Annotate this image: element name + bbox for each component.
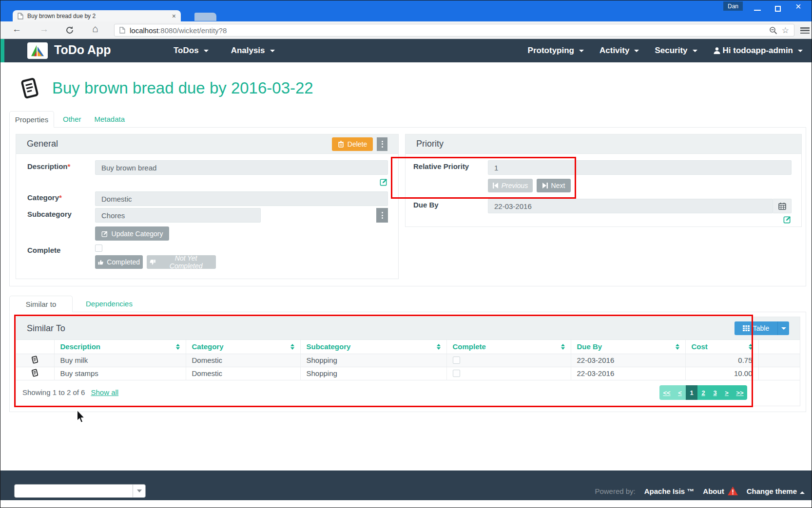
app-navbar: ToDo App ToDos Analysis Prototyping Acti…	[0, 39, 812, 62]
priority-panel-header: Priority	[406, 134, 801, 154]
panel-title: Similar To	[27, 323, 65, 334]
table-view-button[interactable]: Table	[735, 321, 777, 335]
navbar-menus-right: Prototyping Activity Security Hi todoapp…	[528, 39, 803, 62]
update-category-button[interactable]: Update Category	[95, 226, 169, 241]
address-bar[interactable]: localhost:8080/wicket/entity?8 ☆	[114, 24, 794, 37]
step-backward-icon	[493, 183, 498, 188]
subcategory-more-icon[interactable]	[376, 208, 388, 223]
profile-badge[interactable]: Dan	[723, 1, 743, 11]
pagination: << < 1 2 3 > >>	[659, 385, 747, 400]
browser-menu-icon[interactable]	[800, 27, 810, 34]
menu-analysis[interactable]: Analysis	[231, 46, 275, 56]
row-icon[interactable]	[16, 367, 54, 380]
footer-select[interactable]	[14, 484, 146, 498]
zoom-icon[interactable]	[769, 26, 777, 35]
app-brand[interactable]: ToDo App	[54, 43, 111, 57]
page-first[interactable]: <<	[659, 385, 674, 400]
delete-button[interactable]: Delete	[332, 137, 373, 151]
change-theme-link[interactable]: Change theme	[747, 487, 805, 495]
more-actions-icon[interactable]	[377, 137, 387, 151]
edit-icon	[101, 230, 108, 237]
menu-security[interactable]: Security	[655, 46, 697, 56]
column-cost[interactable]: Cost	[685, 340, 758, 354]
cell-category: Domestic	[186, 367, 300, 380]
row-icon[interactable]	[16, 354, 54, 367]
column-subcategory[interactable]: Subcategory	[300, 340, 446, 354]
page-next[interactable]: >	[721, 385, 733, 400]
trash-icon	[338, 141, 344, 148]
page-3[interactable]: 3	[709, 385, 721, 400]
due-by-input[interactable]: 22-03-2016	[488, 199, 773, 213]
page-1[interactable]: 1	[686, 385, 697, 400]
back-icon[interactable]: ←	[12, 24, 21, 35]
menu-todos[interactable]: ToDos	[174, 46, 209, 56]
select-value	[15, 485, 133, 497]
inactive-tab-stub[interactable]	[194, 13, 216, 21]
menu-prototyping[interactable]: Prototyping	[528, 46, 584, 56]
sort-icon[interactable]	[676, 344, 679, 350]
url-text: localhost:8080/wicket/entity?8	[130, 26, 765, 35]
next-button[interactable]: Next	[537, 179, 571, 192]
filler-cell	[758, 367, 800, 380]
chevron-down-icon	[204, 50, 209, 52]
complete-checkbox[interactable]	[95, 245, 102, 252]
reload-icon[interactable]	[65, 26, 74, 35]
complete-checkbox[interactable]	[453, 370, 460, 377]
todo-note-icon	[19, 77, 41, 99]
sort-icon[interactable]	[561, 344, 565, 350]
bookmark-star-icon[interactable]: ☆	[782, 26, 789, 35]
chevron-down-icon	[579, 50, 584, 52]
maximize-icon[interactable]	[775, 6, 781, 12]
close-icon[interactable]: ×	[795, 1, 801, 12]
chevron-down-icon	[270, 50, 275, 52]
tab-similar-to[interactable]: Similar to	[9, 296, 73, 312]
table-view-caret[interactable]	[777, 321, 789, 335]
table-row: Buy milk Domestic Shopping 22-03-2016 0.…	[16, 354, 800, 367]
menu-user[interactable]: Hi todoapp-admin	[713, 46, 803, 56]
minimize-icon[interactable]	[754, 10, 761, 11]
cell-description[interactable]: Buy milk	[54, 354, 186, 367]
relative-priority-input[interactable]: 1	[488, 160, 792, 175]
column-category[interactable]: Category	[186, 340, 300, 354]
menu-activity[interactable]: Activity	[599, 46, 639, 56]
sort-icon[interactable]	[437, 344, 441, 350]
category-input[interactable]: Domestic	[95, 191, 388, 206]
tab-properties[interactable]: Properties	[9, 111, 54, 128]
tab-title: Buy brown bread due by 2	[27, 13, 168, 19]
navbar-menus-left: ToDos Analysis	[174, 39, 275, 62]
edit-icon[interactable]	[380, 178, 388, 186]
completed-button[interactable]: Completed	[95, 255, 143, 269]
page-last[interactable]: >>	[733, 385, 747, 400]
subcategory-input[interactable]: Chores	[95, 208, 261, 223]
cell-cost: 0.75	[685, 354, 758, 367]
show-all-link[interactable]: Show all	[91, 388, 118, 396]
complete-checkbox[interactable]	[453, 357, 460, 364]
sort-icon[interactable]	[176, 344, 180, 350]
page-prev[interactable]: <	[674, 385, 686, 400]
tab-metadata[interactable]: Metadata	[95, 115, 125, 128]
complete-label: Complete	[27, 246, 60, 254]
apache-isis-link[interactable]: Apache Isis ™	[644, 487, 695, 495]
home-icon[interactable]: ⌂	[92, 23, 98, 35]
tab-dependencies[interactable]: Dependencies	[86, 300, 133, 312]
forward-icon[interactable]: →	[39, 24, 49, 35]
previous-button[interactable]: Previous	[488, 179, 533, 192]
column-complete[interactable]: Complete	[446, 340, 571, 354]
description-input[interactable]: Buy brown bread	[95, 160, 388, 175]
page-2[interactable]: 2	[697, 385, 709, 400]
edit-icon[interactable]	[783, 215, 792, 224]
column-due-by[interactable]: Due By	[571, 340, 685, 354]
table-grid-icon	[743, 325, 750, 331]
sort-icon[interactable]	[749, 344, 753, 350]
general-panel-header: General Delete	[16, 134, 398, 154]
cell-description[interactable]: Buy stamps	[54, 367, 186, 380]
browser-tab[interactable]: Buy brown bread due by 2 ×	[13, 10, 181, 21]
not-yet-completed-button[interactable]: Not Yet Completed	[147, 255, 216, 269]
tab-other[interactable]: Other	[63, 115, 81, 128]
about-link[interactable]: About	[703, 487, 737, 495]
app-logo[interactable]	[27, 42, 48, 59]
sort-icon[interactable]	[290, 344, 294, 350]
column-description[interactable]: Description	[54, 340, 186, 354]
calendar-addon[interactable]	[773, 199, 792, 213]
tab-close-icon[interactable]: ×	[172, 13, 176, 19]
